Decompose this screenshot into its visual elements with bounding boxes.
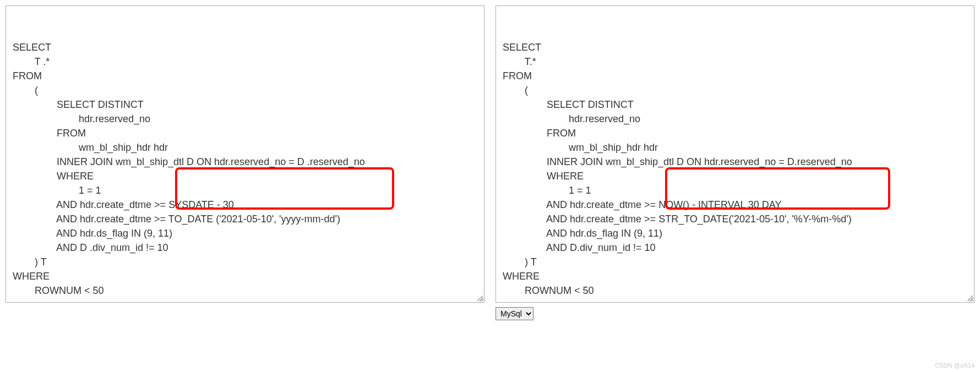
code-line: wm_bl_ship_hdr hdr [13, 142, 168, 153]
code-content: SELECT T.* FROM ( SELECT DISTINCT hdr.re… [503, 40, 967, 298]
code-line: T .* [13, 56, 50, 67]
left-code-editor[interactable]: SELECT T .* FROM ( SELECT DISTINCT hdr.r… [6, 6, 484, 303]
code-line: INNER JOIN wm_bl_ship_dtl D ON hdr.reser… [503, 156, 852, 167]
code-line: ( [503, 85, 528, 96]
code-line: 1 = 1 [503, 185, 591, 196]
code-line: WHERE [503, 171, 584, 182]
code-line: ROWNUM < 50 [13, 285, 104, 296]
code-line: SELECT [503, 42, 541, 53]
code-line: INNER JOIN wm_bl_ship_dtl D ON hdr.reser… [13, 156, 365, 167]
code-line: SELECT DISTINCT [13, 99, 144, 110]
code-line: AND D .div_num_id != 10 [13, 242, 168, 253]
code-line: FROM [13, 70, 42, 81]
code-line: ( [13, 85, 38, 96]
code-line: AND D.div_num_id != 10 [503, 242, 656, 253]
code-line: 1 = 1 [13, 185, 101, 196]
code-line: FROM [503, 128, 576, 139]
code-line: AND hdr.create_dtme >= STR_TO_DATE('2021… [503, 214, 852, 225]
code-line: SELECT DISTINCT [503, 99, 634, 110]
code-line: SELECT [13, 42, 51, 53]
code-line: WHERE [503, 271, 540, 282]
left-panel: SELECT T .* FROM ( SELECT DISTINCT hdr.r… [6, 6, 484, 320]
right-code-editor[interactable]: SELECT T.* FROM ( SELECT DISTINCT hdr.re… [496, 6, 974, 303]
code-line: T.* [503, 56, 536, 67]
code-line: AND hdr.create_dtme >= SYSDATE - 30 [13, 199, 234, 210]
code-line: hdr.reserved_no [503, 113, 640, 124]
code-line: wm_bl_ship_hdr hdr [503, 142, 658, 153]
code-line: ROWNUM < 50 [503, 285, 594, 296]
code-content: SELECT T .* FROM ( SELECT DISTINCT hdr.r… [13, 40, 477, 298]
code-line: ) T [503, 256, 537, 267]
code-line: WHERE [13, 271, 50, 282]
right-panel: SELECT T.* FROM ( SELECT DISTINCT hdr.re… [496, 6, 974, 320]
db-selector-row: MySql [496, 307, 974, 320]
code-line: AND hdr.create_dtme >= NOW() - INTERVAL … [503, 199, 782, 210]
code-line: AND hdr.ds_flag IN (9, 11) [13, 228, 172, 239]
code-line: WHERE [13, 171, 94, 182]
db-type-select[interactable]: MySql [496, 307, 533, 320]
code-line: FROM [503, 70, 532, 81]
code-line: ) T [13, 256, 47, 267]
code-line: AND hdr.ds_flag IN (9, 11) [503, 228, 662, 239]
code-line: hdr.reserved_no [13, 113, 150, 124]
code-line: FROM [13, 128, 86, 139]
code-line: AND hdr.create_dtme >= TO_DATE ('2021-05… [13, 214, 340, 225]
